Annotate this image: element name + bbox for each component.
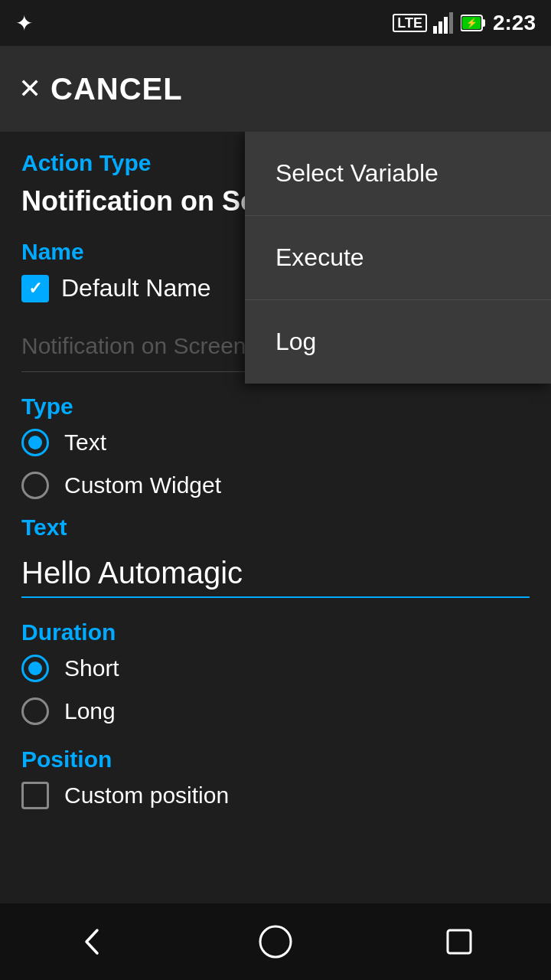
text-section: Text bbox=[21, 514, 530, 619]
type-section: Type Text Custom Widget bbox=[21, 394, 530, 499]
recent-button[interactable] bbox=[440, 923, 478, 961]
dropdown-item-execute[interactable]: Execute bbox=[245, 216, 551, 300]
back-button[interactable] bbox=[73, 923, 111, 961]
svg-rect-0 bbox=[433, 26, 437, 34]
duration-label: Duration bbox=[21, 619, 530, 645]
duration-long-label: Long bbox=[64, 698, 116, 724]
home-button[interactable] bbox=[256, 923, 295, 961]
toolbar: ✕ CANCEL bbox=[0, 46, 551, 132]
recent-icon bbox=[440, 923, 478, 961]
text-input[interactable] bbox=[21, 550, 530, 598]
status-bar: ✦ LTE ⚡ 2:23 bbox=[0, 0, 551, 46]
type-text-radio[interactable] bbox=[21, 429, 49, 456]
nav-bar bbox=[0, 903, 551, 980]
custom-position-label: Custom position bbox=[64, 782, 229, 808]
type-custom-widget-label: Custom Widget bbox=[64, 472, 221, 498]
duration-short-label: Short bbox=[64, 655, 119, 681]
cancel-button[interactable]: ✕ CANCEL bbox=[18, 72, 183, 106]
svg-point-8 bbox=[260, 926, 291, 957]
dropdown-menu: Select Variable Execute Log bbox=[245, 132, 551, 384]
position-section: Position Custom position bbox=[21, 746, 530, 809]
home-icon bbox=[256, 923, 295, 961]
default-name-text: Default Name bbox=[61, 274, 211, 302]
status-bar-left: ✦ bbox=[15, 11, 33, 36]
duration-section: Duration Short Long bbox=[21, 619, 530, 725]
status-bar-right: LTE ⚡ 2:23 bbox=[393, 11, 536, 35]
type-text-row: Text bbox=[21, 429, 530, 456]
custom-position-row: Custom position bbox=[21, 782, 530, 809]
back-icon bbox=[73, 923, 111, 961]
type-label: Type bbox=[21, 394, 530, 420]
default-name-checkbox[interactable] bbox=[21, 275, 49, 302]
svg-rect-5 bbox=[482, 19, 485, 27]
text-field-label: Text bbox=[21, 514, 530, 541]
type-custom-widget-row: Custom Widget bbox=[21, 472, 530, 499]
duration-short-row: Short bbox=[21, 655, 530, 682]
position-label: Position bbox=[21, 746, 530, 773]
cancel-label: CANCEL bbox=[51, 72, 183, 106]
magic-icon: ✦ bbox=[15, 11, 33, 36]
type-custom-widget-radio[interactable] bbox=[21, 472, 49, 499]
svg-text:⚡: ⚡ bbox=[465, 17, 477, 28]
signal-icon bbox=[433, 12, 455, 34]
duration-long-radio[interactable] bbox=[21, 697, 49, 725]
lte-badge: LTE bbox=[393, 14, 427, 32]
svg-rect-1 bbox=[439, 21, 442, 34]
svg-rect-2 bbox=[444, 17, 448, 34]
main-content: Action Type Notification on Scree Name D… bbox=[0, 132, 551, 903]
dropdown-item-select-variable[interactable]: Select Variable bbox=[245, 132, 551, 216]
custom-position-checkbox[interactable] bbox=[21, 782, 49, 809]
svg-rect-9 bbox=[448, 930, 471, 953]
cancel-x-icon: ✕ bbox=[18, 75, 41, 103]
status-time: 2:23 bbox=[493, 11, 536, 35]
dropdown-item-log[interactable]: Log bbox=[245, 300, 551, 384]
svg-rect-3 bbox=[449, 12, 453, 34]
duration-long-row: Long bbox=[21, 697, 530, 725]
battery-icon: ⚡ bbox=[461, 12, 487, 34]
type-text-label: Text bbox=[64, 430, 106, 456]
duration-short-radio[interactable] bbox=[21, 655, 49, 682]
